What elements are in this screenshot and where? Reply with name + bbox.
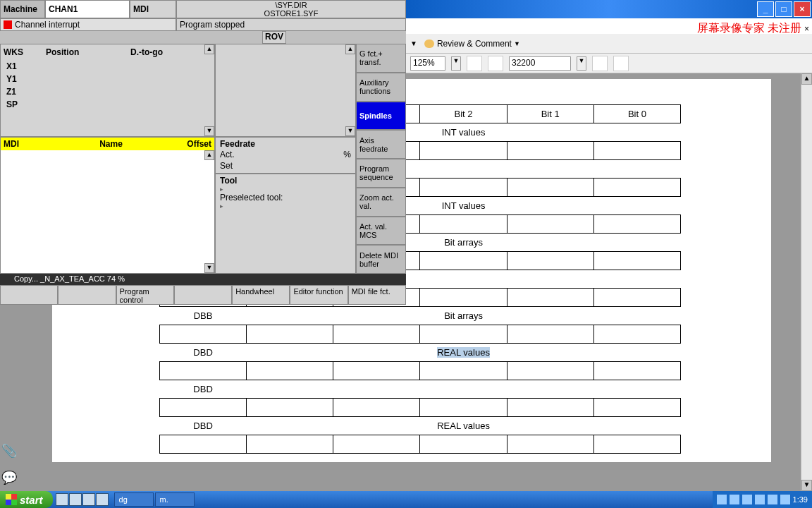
bit-header: Bit 1 <box>507 105 593 123</box>
program-path: \SYF.DIR OSTORE1.SYF <box>176 0 406 18</box>
task-button[interactable]: dg <box>114 492 154 507</box>
feedrate-act-label: Act. <box>220 150 235 159</box>
scroll-down-icon[interactable]: ▼ <box>801 480 812 491</box>
softkey-axis-feedrate[interactable]: Axis feedrate <box>356 130 406 159</box>
scroll-up-icon[interactable]: ▲ <box>204 44 214 54</box>
path-line1: \SYF.DIR <box>275 1 307 9</box>
section-bitarrays: Bit arrays <box>247 307 681 325</box>
close-button[interactable]: × <box>794 1 811 17</box>
alarm-icon <box>4 20 12 29</box>
softkey-empty[interactable] <box>0 285 58 305</box>
comment-icon[interactable]: 💬 <box>1 470 18 487</box>
review-comment-button[interactable]: Review & Comment ▼ <box>424 39 520 49</box>
softkey-aux[interactable]: Auxiliary functions <box>356 73 406 102</box>
minimize-button[interactable]: _ <box>757 1 774 17</box>
start-button[interactable]: start <box>0 491 53 508</box>
row-label-dbb: DBB <box>160 307 247 325</box>
dropdown-icon[interactable]: ▼ <box>410 40 417 47</box>
attachment-icon[interactable]: 📎 <box>1 443 18 460</box>
softkey-mdi-file[interactable]: MDI file fct. <box>348 285 406 305</box>
windows-logo-icon <box>6 494 17 505</box>
tray-icon[interactable] <box>780 495 790 504</box>
scroll-up-icon[interactable]: ▲ <box>345 44 355 54</box>
scroll-up-icon[interactable]: ▲ <box>801 73 812 85</box>
section-real-highlighted: REAL values <box>437 347 490 358</box>
progress-status: Copy... _N_AX_TEA_ACC 74 % <box>0 274 406 285</box>
mdi-col-offset: Offset <box>176 139 211 149</box>
prev-page-icon[interactable] <box>592 56 608 71</box>
softkey-gfct[interactable]: G fct.+ transf. <box>356 44 406 73</box>
machine-label: Machine <box>0 0 45 18</box>
axis-row: Z1 <box>6 85 209 98</box>
pdf-toolbar-2: 125% ▼ 32200 ▼ <box>406 54 812 73</box>
taskbar: start dg m. 1:39 <box>0 491 812 508</box>
bit-header: Bit 0 <box>593 105 680 123</box>
softkey-empty[interactable] <box>174 285 232 305</box>
app-icon[interactable] <box>96 493 109 506</box>
quick-launch <box>56 493 109 506</box>
row-label-dbd: DBD <box>160 380 247 399</box>
feedrate-panel: Feedrate Act.% Set <box>215 137 356 174</box>
channel-field[interactable]: CHAN1 <box>45 0 130 18</box>
softkey-program-control[interactable]: Program control <box>116 285 174 305</box>
system-tray: 1:39 <box>713 491 812 508</box>
watermark-close-icon[interactable]: × <box>804 24 809 34</box>
scroll-down-icon[interactable]: ▼ <box>204 126 214 136</box>
page-input[interactable]: 32200 <box>509 56 571 71</box>
desktop-icon[interactable] <box>69 493 82 506</box>
rov-indicator: ROV <box>262 31 286 44</box>
mdi-panel: MDI Name Offset ▲ ▼ <box>0 137 215 274</box>
hmi-header: Machine CHAN1 MDI \SYF.DIR OSTORE1.SYF <box>0 0 406 18</box>
channel-interrupt: Channel interrupt <box>0 18 176 31</box>
maximize-button[interactable]: □ <box>775 1 792 17</box>
preselected-tool-label: Preselected tool: <box>220 193 351 202</box>
zoom-input[interactable]: 125% <box>410 56 445 71</box>
scroll-down-icon[interactable]: ▼ <box>345 126 355 136</box>
program-status: Program stopped <box>176 18 406 31</box>
mode-label: MDI <box>130 0 176 18</box>
softkey-zoom[interactable]: Zoom act. val. <box>356 188 406 217</box>
softkey-spindles[interactable]: Spindles <box>356 102 406 131</box>
tool-heading: Tool <box>220 176 351 186</box>
tray-icon[interactable] <box>730 495 739 504</box>
wks-col-wks: WKS <box>4 47 46 57</box>
softkey-empty[interactable] <box>58 285 116 305</box>
softkey-delete-mdi[interactable]: Delete MDI buffer <box>356 245 406 274</box>
section-real: REAL values <box>247 417 681 435</box>
ie-icon[interactable] <box>56 493 68 506</box>
task-button[interactable]: m. <box>155 492 195 507</box>
hmi-status-row: Channel interrupt Program stopped <box>0 18 406 31</box>
clock[interactable]: 1:39 <box>793 495 808 504</box>
mdi-col-mdi: MDI <box>4 139 46 149</box>
window-titlebar: _ □ × <box>406 0 812 18</box>
pdf-toolbar-1: ▼ Review & Comment ▼ <box>406 34 812 54</box>
tray-icon[interactable] <box>742 495 752 504</box>
task-buttons: dg m. <box>114 492 195 507</box>
softkey-handwheel[interactable]: Handwheel <box>232 285 290 305</box>
pdf-nav-icons: 📎 💬 <box>1 443 18 487</box>
softkey-actval-mcs[interactable]: Act. val. MCS <box>356 217 406 246</box>
mid-display: ▲ ▼ <box>215 44 356 137</box>
tray-icon[interactable] <box>717 495 727 504</box>
scroll-up-icon[interactable]: ▲ <box>204 150 214 160</box>
softkey-editor[interactable]: Editor function <box>290 285 347 305</box>
next-page-icon[interactable] <box>613 56 629 71</box>
softkey-prog-seq[interactable]: Program sequence <box>356 159 406 188</box>
tray-icon[interactable] <box>768 495 777 504</box>
wks-panel: WKS Position D.-to-go X1 Y1 Z1 SP ▲ ▼ <box>0 44 215 137</box>
vertical-scrollbar[interactable]: ▲ ▼ <box>801 73 812 491</box>
fit-icon[interactable] <box>488 56 503 71</box>
explorer-icon[interactable] <box>82 493 95 506</box>
tool-panel: Tool ▸ Preselected tool: ▸ <box>215 174 356 274</box>
mdi-col-name: Name <box>46 139 176 149</box>
hmi-panel: Machine CHAN1 MDI \SYF.DIR OSTORE1.SYF C… <box>0 0 406 303</box>
tray-icon[interactable] <box>755 495 765 504</box>
zoom-dropdown[interactable]: ▼ <box>451 56 461 71</box>
page-dropdown[interactable]: ▼ <box>577 56 586 71</box>
rov-row: ROV <box>0 31 406 44</box>
scroll-down-icon[interactable]: ▼ <box>204 263 214 273</box>
axis-row: SP <box>6 98 209 111</box>
feedrate-set-label: Set <box>220 161 233 171</box>
percent-label: % <box>343 150 351 159</box>
zoom-icon[interactable] <box>467 56 482 71</box>
